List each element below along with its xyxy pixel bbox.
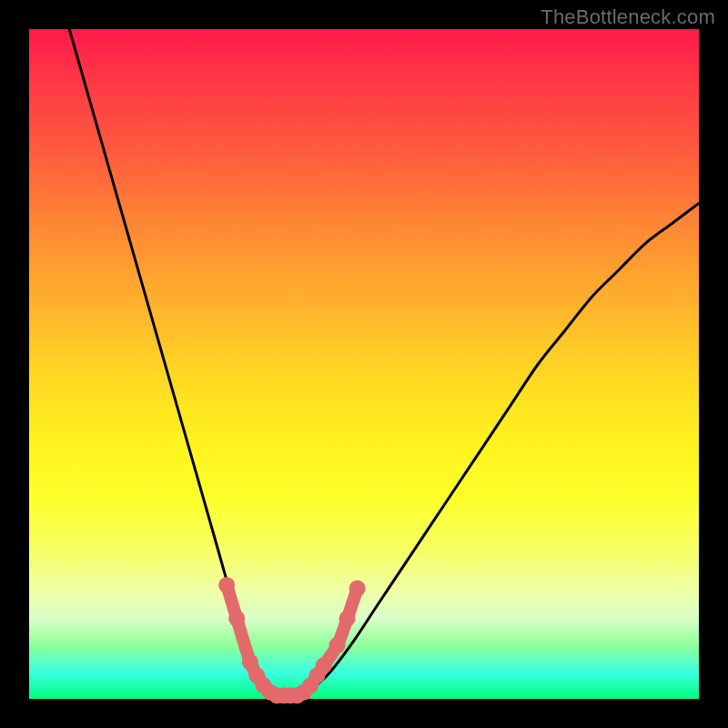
marker-dot (329, 637, 346, 653)
marker-dot (349, 581, 366, 597)
bottleneck-chart-svg (29, 29, 699, 699)
marker-dot (228, 611, 245, 627)
chart-layer (69, 29, 699, 703)
marker-dot (339, 611, 356, 627)
marker-dot (316, 657, 332, 673)
marker-dot (218, 577, 235, 593)
watermark-text: TheBottleneck.com (541, 5, 715, 29)
plot-area (29, 29, 699, 699)
chart-frame: TheBottleneck.com (0, 0, 728, 728)
bottleneck-curve-path (69, 29, 699, 697)
